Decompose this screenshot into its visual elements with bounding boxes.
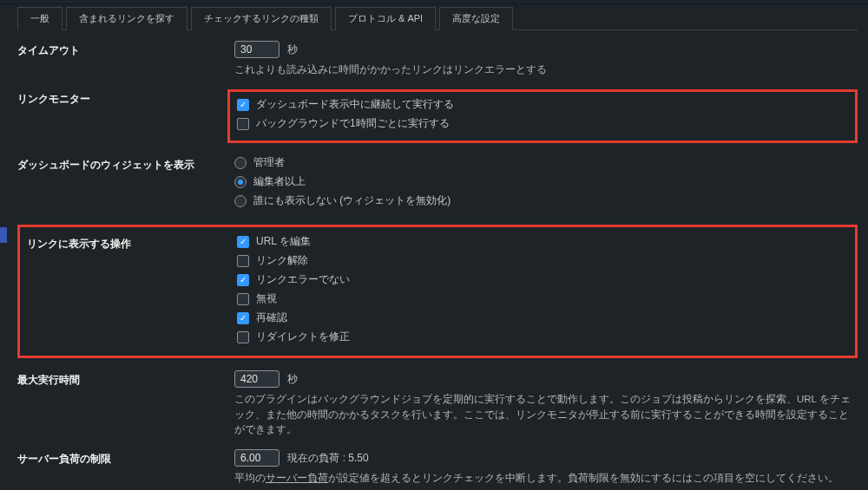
checkbox-icon <box>237 236 249 248</box>
max-exec-time-description: このプラグインはバックグラウンドジョブを定期的に実行することで動作します。このジ… <box>234 392 858 437</box>
link-monitor-background-option[interactable]: バックグラウンドで1時間ごとに実行する <box>237 116 848 131</box>
option-label: リンク解除 <box>256 253 308 268</box>
option-label: リンクエラーでない <box>256 272 350 287</box>
tab-protocol-api[interactable]: プロトコル & API <box>335 7 436 30</box>
max-exec-time-label: 最大実行時間 <box>17 370 234 437</box>
server-load-input[interactable] <box>234 449 279 467</box>
server-load-link[interactable]: サーバー負荷 <box>266 473 328 483</box>
option-label: 再確認 <box>256 310 287 325</box>
widget-editor-option[interactable]: 編集者以上 <box>234 174 858 189</box>
action-fix-redirect[interactable]: リダイレクトを修正 <box>237 330 848 344</box>
action-unlink[interactable]: リンク解除 <box>237 253 848 268</box>
widget-none-option[interactable]: 誰にも表示しない (ウィジェットを無効化) <box>234 193 858 208</box>
checkbox-icon <box>237 118 249 130</box>
server-load-description: 平均のサーバー負荷が設定値を超えるとリンクチェックを中断します。負荷制限を無効に… <box>234 471 858 486</box>
tab-advanced[interactable]: 高度な設定 <box>439 7 513 30</box>
action-not-broken[interactable]: リンクエラーでない <box>237 272 848 287</box>
desc-text: 平均の <box>234 473 266 483</box>
option-label: 誰にも表示しない (ウィジェットを無効化) <box>253 193 450 208</box>
max-exec-time-input[interactable] <box>234 370 279 388</box>
option-label: ダッシュボード表示中に継続して実行する <box>256 97 454 112</box>
checkbox-icon <box>237 293 249 305</box>
highlight-box-link-monitor: ダッシュボード表示中に継続して実行する バックグラウンドで1時間ごとに実行する <box>227 89 858 143</box>
action-edit-url[interactable]: URL を編集 <box>237 234 848 249</box>
checkbox-icon <box>237 255 249 267</box>
widget-visibility-label: ダッシュボードのウィジェットを表示 <box>17 155 234 212</box>
checkbox-icon <box>237 312 249 324</box>
timeout-description: これよりも読み込みに時間がかかったリンクはリンクエラーとする <box>234 62 858 77</box>
option-label: 編集者以上 <box>253 174 306 189</box>
link-monitor-dashboard-option[interactable]: ダッシュボード表示中に継続して実行する <box>237 97 848 112</box>
admin-topbar <box>0 0 868 4</box>
checkbox-icon <box>237 274 249 286</box>
action-ignore[interactable]: 無視 <box>237 291 848 306</box>
server-load-label: サーバー負荷の制限 <box>17 449 234 486</box>
link-actions-label: リンクに表示する操作 <box>27 234 237 349</box>
tab-general[interactable]: 一般 <box>17 7 62 30</box>
link-monitor-label: リンクモニター <box>17 89 234 143</box>
highlight-box-link-actions: リンクに表示する操作 URL を編集 リンク解除 リンクエラーでない 無視 再確… <box>17 225 858 358</box>
option-label: 無視 <box>256 291 277 306</box>
server-load-current: 現在の負荷 : 5.50 <box>287 452 368 464</box>
timeout-input[interactable] <box>234 41 279 58</box>
admin-menu-collapse-nub[interactable] <box>0 227 7 243</box>
option-label: リダイレクトを修正 <box>256 330 350 344</box>
timeout-label: タイムアウト <box>17 41 234 77</box>
radio-icon <box>234 195 247 207</box>
checkbox-icon <box>237 99 249 111</box>
radio-icon <box>234 157 247 169</box>
option-label: 管理者 <box>253 155 285 170</box>
action-recheck[interactable]: 再確認 <box>237 310 848 325</box>
checkbox-icon <box>237 331 249 343</box>
settings-tabs: 一般 含まれるリンクを探す チェックするリンクの種類 プロトコル & API 高… <box>17 6 858 30</box>
radio-icon <box>234 176 247 188</box>
desc-text: が設定値を超えるとリンクチェックを中断します。負荷制限を無効にするにはこの項目を… <box>328 473 838 483</box>
max-exec-time-unit: 秒 <box>287 373 298 385</box>
tab-included-links[interactable]: 含まれるリンクを探す <box>66 7 187 30</box>
option-label: URL を編集 <box>256 234 311 249</box>
tab-link-types[interactable]: チェックするリンクの種類 <box>191 7 332 30</box>
option-label: バックグラウンドで1時間ごとに実行する <box>256 116 450 131</box>
timeout-unit: 秒 <box>287 43 298 56</box>
widget-admin-option[interactable]: 管理者 <box>234 155 858 170</box>
